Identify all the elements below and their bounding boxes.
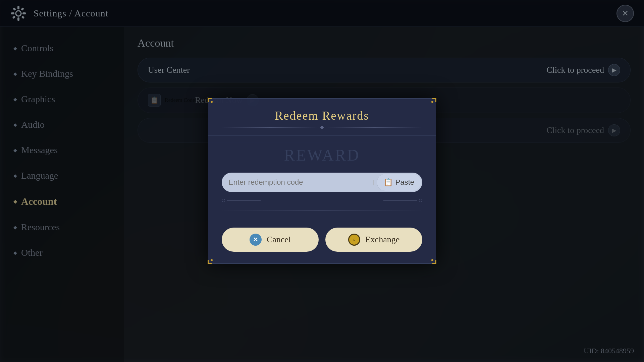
paste-icon: 📋	[384, 178, 393, 187]
code-input-wrapper: | 📋 Paste	[222, 173, 422, 192]
exchange-button[interactable]: ○ Exchange	[325, 228, 422, 252]
deco-circle	[419, 199, 422, 202]
svg-point-11	[431, 101, 433, 103]
cancel-icon: ✕	[250, 234, 262, 246]
redeem-rewards-modal: Redeem Rewards REWARD | 📋 Paste	[208, 98, 436, 264]
svg-point-12	[211, 259, 213, 261]
exchange-icon: ○	[348, 234, 360, 246]
paste-label: Paste	[395, 178, 414, 187]
corner-decoration-tl	[208, 98, 218, 108]
modal-body: REWARD | 📋 Paste	[208, 136, 436, 228]
modal-title: Redeem Rewards	[222, 109, 422, 123]
modal-header: Redeem Rewards	[208, 99, 436, 136]
deco-h-line	[227, 200, 261, 201]
paste-button[interactable]: 📋 Paste	[377, 174, 421, 191]
corner-decoration-tr	[426, 98, 436, 108]
separator-decoration	[222, 199, 422, 202]
modal-footer: ✕ Cancel ○ Exchange	[208, 228, 436, 263]
deco-dot-line-right	[383, 199, 422, 202]
exchange-label: Exchange	[365, 235, 400, 245]
svg-point-10	[211, 101, 213, 103]
cancel-button[interactable]: ✕ Cancel	[222, 228, 319, 252]
svg-point-13	[431, 259, 433, 261]
redemption-code-input[interactable]	[228, 178, 373, 187]
deco-line-left	[222, 127, 317, 128]
modal-overlay: Redeem Rewards REWARD | 📋 Paste	[0, 0, 644, 362]
cancel-label: Cancel	[267, 235, 291, 245]
deco-circle	[222, 199, 225, 202]
modal-ghost-text: REWARD	[222, 146, 422, 164]
separator-line	[222, 210, 422, 211]
corner-decoration-bl	[208, 254, 218, 264]
deco-line-right	[327, 127, 422, 128]
corner-decoration-br	[426, 254, 436, 264]
modal-deco-line	[222, 126, 422, 129]
deco-h-line	[383, 200, 417, 201]
deco-dot-line-left	[222, 199, 261, 202]
deco-diamond	[320, 125, 324, 129]
